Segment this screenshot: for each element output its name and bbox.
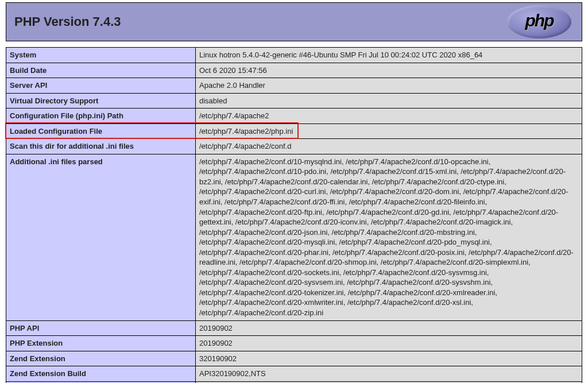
- info-value: Apache 2.0 Handler: [196, 78, 582, 94]
- info-value: disabled: [196, 93, 582, 109]
- table-row: Zend Extension320190902: [6, 351, 582, 366]
- table-row: Server APIApache 2.0 Handler: [6, 78, 582, 94]
- info-table: SystemLinux hotron 5.4.0-42-generic #46-…: [6, 47, 582, 383]
- info-key: Server API: [6, 78, 196, 94]
- info-value: /etc/php/7.4/apache2: [196, 109, 582, 124]
- table-row: Build DateOct 6 2020 15:47:56: [6, 63, 582, 78]
- info-value: /etc/php/7.4/apache2/conf.d: [196, 139, 582, 154]
- header-bar: PHP Version 7.4.3 php: [6, 2, 582, 41]
- table-row: SystemLinux hotron 5.4.0-42-generic #46-…: [6, 48, 582, 63]
- php-logo: php: [505, 5, 574, 39]
- info-key: Scan this dir for additional .ini files: [6, 139, 196, 154]
- info-value: /etc/php/7.4/apache2/php.ini: [196, 123, 582, 139]
- info-value: 20190902: [196, 336, 582, 351]
- info-value: /etc/php/7.4/apache2/conf.d/10-mysqlnd.i…: [196, 154, 582, 320]
- info-key: Additional .ini files parsed: [6, 154, 196, 320]
- info-key: PHP Extension: [6, 336, 196, 351]
- info-value: 320190902: [196, 351, 582, 366]
- info-key: Virtual Directory Support: [6, 93, 196, 109]
- info-value: API320190902,NTS: [196, 366, 582, 382]
- table-row: Virtual Directory Supportdisabled: [6, 93, 582, 109]
- info-value: Oct 6 2020 15:47:56: [196, 63, 582, 78]
- info-key: Zend Extension: [6, 351, 196, 366]
- table-row: Scan this dir for additional .ini files/…: [6, 139, 582, 154]
- php-logo-text: php: [525, 11, 554, 30]
- table-row: Zend Extension BuildAPI320190902,NTS: [6, 366, 582, 382]
- info-key: Zend Extension Build: [6, 366, 196, 382]
- table-row: Loaded Configuration File/etc/php/7.4/ap…: [6, 123, 582, 139]
- info-value: Linux hotron 5.4.0-42-generic #46-Ubuntu…: [196, 48, 582, 63]
- info-key: PHP API: [6, 320, 196, 336]
- info-value: 20190902: [196, 320, 582, 336]
- table-row: Configuration File (php.ini) Path/etc/ph…: [6, 109, 582, 124]
- info-key: Configuration File (php.ini) Path: [6, 109, 196, 124]
- php-logo-ellipse: php: [507, 5, 571, 38]
- info-key: Loaded Configuration File: [6, 123, 196, 139]
- info-key: Build Date: [6, 63, 196, 78]
- phpinfo-page: PHP Version 7.4.3 php SystemLinux hotron…: [0, 0, 588, 383]
- page-title: PHP Version 7.4.3: [14, 14, 121, 29]
- table-row: PHP API20190902: [6, 320, 582, 336]
- table-row: Additional .ini files parsed/etc/php/7.4…: [6, 154, 582, 320]
- info-key: System: [6, 48, 196, 63]
- table-row: PHP Extension20190902: [6, 336, 582, 351]
